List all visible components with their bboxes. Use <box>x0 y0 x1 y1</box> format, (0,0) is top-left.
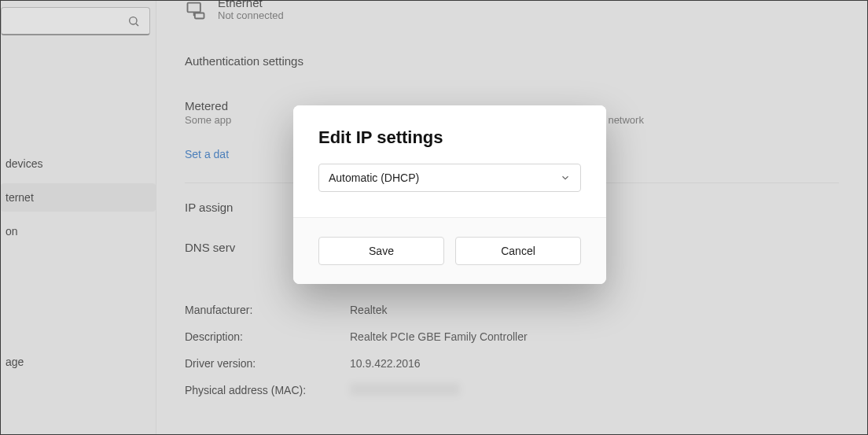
adapter-details: Manufacturer: Realtek Description: Realt… <box>185 297 839 404</box>
sidebar-item-devices[interactable]: devices <box>1 149 156 178</box>
chevron-down-icon <box>560 172 571 183</box>
nav-list: devices ternet on age <box>1 144 156 382</box>
sidebar-item-label: devices <box>6 157 42 170</box>
sidebar: devices ternet on age <box>1 1 156 434</box>
detail-key: Description: <box>185 330 350 343</box>
auth-settings-row[interactable]: Authentication settings <box>185 54 839 68</box>
detail-value: 10.9.422.2016 <box>350 357 421 370</box>
detail-row: Driver version: 10.9.422.2016 <box>185 350 839 377</box>
connection-name: Ethernet <box>218 1 284 9</box>
detail-value: Realtek PCIe GBE Family Controller <box>350 330 528 343</box>
svg-rect-2 <box>188 3 200 13</box>
sidebar-item-label: ternet <box>6 191 34 204</box>
detail-key: Physical address (MAC): <box>185 384 350 396</box>
connection-status: Not connected <box>218 9 284 21</box>
redacted-value <box>350 383 460 396</box>
dialog-body: Edit IP settings Automatic (DHCP) <box>293 105 606 217</box>
svg-point-0 <box>130 17 137 24</box>
sidebar-item-label: on <box>6 225 18 238</box>
detail-key: Manufacturer: <box>185 304 350 316</box>
svg-rect-3 <box>195 13 204 19</box>
sidebar-item-label: age <box>6 356 24 368</box>
connection-header: Ethernet Not connected <box>185 1 839 21</box>
save-button[interactable]: Save <box>318 237 444 265</box>
metered-sub-left: Some app <box>185 114 231 126</box>
search-input[interactable] <box>1 7 150 35</box>
sidebar-item-storage[interactable]: age <box>1 348 156 376</box>
detail-row: Physical address (MAC): <box>185 377 839 404</box>
sidebar-item-network[interactable]: ternet <box>1 183 156 212</box>
ethernet-icon <box>185 1 207 21</box>
detail-value <box>350 383 460 398</box>
sidebar-item-personalization[interactable]: on <box>1 217 156 245</box>
cancel-button[interactable]: Cancel <box>455 237 581 265</box>
detail-row: Manufacturer: Realtek <box>185 297 839 323</box>
dialog-title: Edit IP settings <box>318 127 581 148</box>
detail-row: Description: Realtek PCIe GBE Family Con… <box>185 323 839 350</box>
dialog-footer: Save Cancel <box>293 217 606 284</box>
ip-mode-select[interactable]: Automatic (DHCP) <box>318 164 581 192</box>
select-value: Automatic (DHCP) <box>329 171 419 184</box>
edit-ip-settings-dialog: Edit IP settings Automatic (DHCP) Save C… <box>293 105 606 284</box>
search-container <box>1 4 156 35</box>
svg-line-1 <box>136 24 138 26</box>
search-icon <box>127 15 140 28</box>
detail-value: Realtek <box>350 304 387 316</box>
detail-key: Driver version: <box>185 357 350 370</box>
